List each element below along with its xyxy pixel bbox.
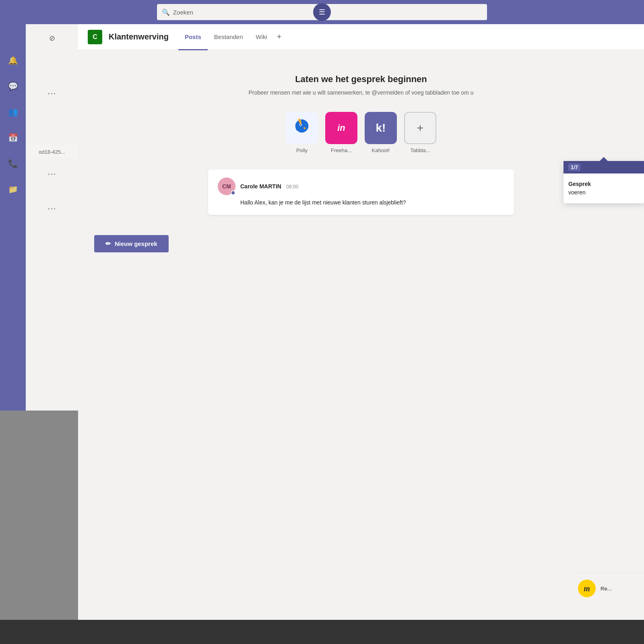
channel-header: C Klantenwerving Posts Bestanden Wiki +	[78, 24, 644, 50]
content-area: C Klantenwerving Posts Bestanden Wiki + …	[78, 24, 644, 644]
polly-label: Polly	[296, 147, 308, 153]
main-content: Laten we het gesprek beginnen Probeer me…	[78, 50, 644, 644]
dark-taskbar	[0, 620, 644, 644]
team-item[interactable]: od18-425...	[26, 145, 78, 159]
app-freehand[interactable]: in Freeha...	[323, 112, 359, 153]
nav-calls[interactable]: 📞	[5, 155, 21, 171]
files-icon: 📁	[8, 184, 18, 194]
nav-teams[interactable]: 👥	[5, 104, 21, 120]
add-tab-icon-box: +	[404, 112, 436, 144]
tooltip-arrow	[600, 157, 608, 161]
top-bar: ☰ 🔍 Zoeken	[0, 0, 644, 24]
hamburger-menu-button[interactable]: ☰	[313, 3, 331, 21]
tooltip-title-line1: Gesprek	[568, 181, 591, 187]
miro-logo: m	[578, 580, 596, 597]
kahoot-icon-box: k!	[365, 112, 397, 144]
polly-icon-box	[286, 112, 318, 144]
channel-tabs: Posts Bestanden Wiki +	[178, 24, 285, 50]
activity-icon: 🔔	[8, 56, 18, 65]
tooltip-header: 1/7	[564, 161, 644, 173]
kahoot-label: Kahoot!	[372, 147, 390, 153]
filter-row: ⊘	[44, 31, 60, 46]
conversation-subtitle: Probeer mensen met wie u wilt samenwerke…	[249, 89, 474, 96]
nav-calendar[interactable]: 📅	[5, 130, 21, 146]
polly-bird-svg	[292, 118, 312, 138]
sidebar-dots-1[interactable]: ...	[47, 86, 56, 97]
chat-icon: 💬	[8, 81, 18, 91]
message-text: Hallo Alex, kan je me de lijst met nieuw…	[240, 198, 504, 207]
kahoot-logo-text: k!	[376, 122, 386, 134]
miro-label: Re...	[601, 586, 611, 592]
freehand-logo-text: in	[337, 123, 345, 133]
team-name: od18-425...	[39, 147, 65, 157]
add-plus-icon: +	[417, 122, 423, 134]
center-content: Laten we het gesprek beginnen Probeer me…	[78, 50, 644, 227]
channel-name: Klantenwerving	[109, 32, 169, 41]
svg-point-4	[300, 124, 301, 126]
right-panel: m Re...	[572, 573, 644, 604]
filter-icon[interactable]: ⊘	[49, 34, 55, 43]
calls-icon: 📞	[8, 159, 18, 168]
tooltip-counter: 1/7	[568, 163, 580, 171]
avatar-initials: CM	[222, 183, 231, 190]
freehand-icon-box: in	[325, 112, 357, 144]
message-card: CM Carole MARTIN 08:00 Hallo Alex, kan j…	[208, 169, 514, 215]
message-time: 08:00	[286, 184, 298, 190]
app-icons-row: Polly in Freeha... k! Kahoot	[284, 112, 438, 153]
hamburger-icon: ☰	[319, 8, 325, 17]
message-sender: Carole MARTIN	[240, 183, 281, 190]
new-conversation-icon: ✏	[105, 240, 111, 248]
add-tab-label: Tabbla...	[410, 147, 430, 153]
tab-wiki[interactable]: Wiki	[250, 25, 274, 50]
main-layout: 🔔 💬 👥 📅 📞 📁 ••• ⊘ ... od18	[0, 24, 644, 644]
new-conversation-label: Nieuw gesprek	[115, 240, 157, 247]
app-polly[interactable]: Polly	[284, 112, 320, 153]
teams-icon: 👥	[8, 107, 18, 117]
message-header: CM Carole MARTIN 08:00	[218, 178, 504, 195]
tooltip-body: Gesprek voeren	[564, 173, 644, 203]
freehand-label: Freeha...	[331, 147, 352, 153]
avatar-status-indicator	[231, 190, 235, 195]
new-conversation-button[interactable]: ✏ Nieuw gesprek	[94, 235, 169, 252]
tooltip-title-line2: voeren	[568, 189, 586, 196]
nav-activity[interactable]: 🔔	[5, 52, 21, 68]
calendar-icon: 📅	[8, 133, 18, 142]
nav-files[interactable]: 📁	[5, 181, 21, 197]
add-tab-button[interactable]: +	[274, 24, 285, 50]
message-meta: Carole MARTIN 08:00	[240, 183, 298, 190]
tab-bestanden[interactable]: Bestanden	[208, 25, 250, 50]
message-fade	[208, 207, 514, 215]
sidebar-dots-3[interactable]: ...	[47, 201, 56, 212]
tab-posts[interactable]: Posts	[178, 25, 208, 50]
conversation-title: Laten we het gesprek beginnen	[295, 74, 427, 85]
bottom-bar: ✏ Nieuw gesprek	[78, 227, 644, 260]
app-add-tab[interactable]: + Tabbla...	[402, 112, 438, 153]
avatar: CM	[218, 178, 235, 195]
tooltip-popup: 1/7 Gesprek voeren	[564, 161, 644, 203]
app-kahoot[interactable]: k! Kahoot!	[363, 112, 399, 153]
miro-logo-letter: m	[584, 584, 590, 593]
channel-icon: C	[88, 30, 102, 44]
search-icon: 🔍	[162, 8, 170, 16]
sidebar-dots-2[interactable]: ...	[47, 167, 56, 177]
nav-chat[interactable]: 💬	[5, 78, 21, 94]
